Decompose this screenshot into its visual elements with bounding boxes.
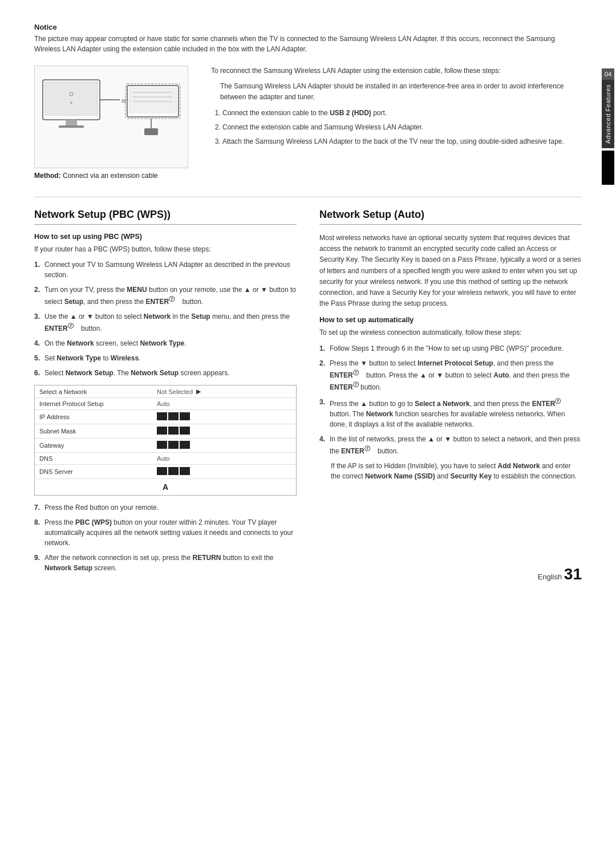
subnet-block-1 — [157, 427, 167, 435]
gateway-block-2 — [168, 441, 179, 449]
right-intro-text: To reconnect the Samsung Wireless LAN Ad… — [211, 66, 582, 76]
svg-text:or: or — [121, 98, 127, 104]
svg-rect-2 — [66, 120, 77, 125]
table-label-dns-server: DNS Server — [35, 465, 152, 479]
page-language: English — [538, 573, 562, 581]
table-icon-label: A — [163, 482, 168, 492]
table-value-ip — [152, 410, 296, 424]
table-row-gateway: Gateway — [35, 439, 296, 453]
side-black-bar — [602, 151, 614, 185]
pbc-section: Network Setup (PBC (WPS)) How to set up … — [34, 209, 297, 578]
table-value-subnet — [152, 424, 296, 439]
pbc-step-3: Use the ▲ or ▼ button to select Network … — [34, 311, 297, 334]
indented-note: If the AP is set to Hidden (Invisible), … — [331, 461, 582, 481]
page-container: 04 Advanced Features Notice The picture … — [0, 0, 616, 601]
arrow-right-icon: ▶ — [196, 388, 201, 395]
dns-block-3 — [180, 467, 190, 475]
ip-block-2 — [168, 412, 179, 420]
table-label-ip-setup: Internet Protocol Setup — [35, 398, 152, 410]
table-bottom-icon: A — [35, 478, 296, 495]
image-area: or Method: Connect via an extension c — [34, 66, 194, 180]
ip-pixel-blocks — [157, 412, 190, 420]
network-setup-table: Select a Network Not Selected ▶ Internet… — [34, 385, 297, 496]
pbc-step-1: Connect your TV to Samsung Wireless LAN … — [34, 259, 297, 280]
caption-text: Connect via an extension cable — [61, 172, 158, 180]
pbc-step-8: Press the PBC (WPS) button on your route… — [34, 517, 297, 548]
subnet-block-2 — [168, 427, 179, 435]
pbc-subsection-title: How to set up using PBC (WPS) — [34, 233, 297, 241]
svg-rect-1 — [45, 82, 98, 115]
table-value-gateway — [152, 439, 296, 453]
page-number: 31 — [564, 565, 582, 583]
chapter-side-tab: 04 Advanced Features — [600, 68, 616, 185]
auto-step-3: Press the ▲ button to go to Select a Net… — [319, 397, 582, 429]
page-footer: English 31 — [538, 565, 582, 583]
pbc-step-7: Press the Red button on your remote. — [34, 502, 297, 513]
dns-block-2 — [168, 467, 179, 475]
main-columns: Network Setup (PBC (WPS)) How to set up … — [34, 209, 582, 578]
table-row-dns-server: DNS Server — [35, 465, 296, 479]
subnet-block-3 — [180, 427, 190, 435]
table-label-dns: DNS — [35, 453, 152, 465]
table-value-ip-setup: Auto — [152, 398, 296, 410]
pbc-step-2: Turn on your TV, press the MENU button o… — [34, 285, 297, 307]
auto-subsection-title: How to set up automatically — [319, 316, 582, 324]
table-row-ip: IP Address — [35, 410, 296, 424]
table-label-network: Select a Network — [35, 386, 152, 398]
table-label-gateway: Gateway — [35, 439, 152, 453]
table-row-subnet: Subnet Mask — [35, 424, 296, 439]
not-selected-text: Not Selected — [157, 388, 193, 395]
notice-title: Notice — [34, 23, 582, 31]
gateway-pixel-blocks — [157, 441, 190, 449]
pbc-after-table-steps: Press the Red button on your remote. Pre… — [34, 502, 297, 573]
notice-text: The picture may appear corrupted or have… — [34, 34, 582, 54]
pbc-intro: If your router has a PBC (WPS) button, f… — [34, 244, 297, 255]
auto-steps-intro: To set up the wireless connection automa… — [319, 327, 582, 338]
ip-block-1 — [157, 412, 167, 420]
extension-step-1: Connect the extension cable to the USB 2… — [222, 108, 582, 119]
extension-steps-list: Connect the extension cable to the USB 2… — [222, 108, 582, 148]
auto-section-title: Network Setup (Auto) — [319, 209, 582, 225]
svg-point-5 — [70, 102, 72, 104]
image-caption: Method: Connect via an extension cable — [34, 172, 194, 180]
dns-pixel-blocks — [157, 467, 190, 475]
top-content-area: or Method: Connect via an extension c — [34, 66, 582, 180]
table-value-network: Not Selected ▶ — [152, 386, 296, 398]
chapter-number: 04 — [602, 68, 614, 80]
auto-section: Network Setup (Auto) Most wireless netwo… — [319, 209, 582, 578]
svg-rect-3 — [59, 125, 84, 128]
pbc-step-9: After the network connection is set up, … — [34, 553, 297, 573]
section-divider — [34, 197, 582, 197]
gateway-block-3 — [180, 441, 190, 449]
network-table: Select a Network Not Selected ▶ Internet… — [35, 386, 296, 478]
pbc-steps-list: Connect your TV to Samsung Wireless LAN … — [34, 259, 297, 378]
table-row-dns: DNS Auto — [35, 453, 296, 465]
table-label-subnet: Subnet Mask — [35, 424, 152, 439]
pbc-step-5: Set Network Type to Wireless. — [34, 353, 297, 363]
table-label-ip: IP Address — [35, 410, 152, 424]
auto-step-4: In the list of networks, press the ▲ or … — [319, 434, 582, 456]
auto-intro: Most wireless networks have an optional … — [319, 233, 582, 309]
right-instructions: To reconnect the Samsung Wireless LAN Ad… — [211, 66, 582, 180]
table-row-network: Select a Network Not Selected ▶ — [35, 386, 296, 398]
ip-block-3 — [180, 412, 190, 420]
table-value-dns-server — [152, 465, 296, 479]
extension-step-3: Attach the Samsung Wireless LAN Adapter … — [222, 136, 582, 147]
adapter-note: The Samsung Wireless LAN Adapter should … — [220, 81, 582, 103]
svg-rect-15 — [144, 128, 158, 135]
extension-step-2: Connect the extension cable and Samsung … — [222, 122, 582, 133]
pbc-section-title: Network Setup (PBC (WPS)) — [34, 209, 297, 225]
table-row-ip-setup: Internet Protocol Setup Auto — [35, 398, 296, 410]
chapter-title: Advanced Features — [602, 80, 614, 148]
tv-diagram: or — [34, 66, 188, 168]
notice-section: Notice The picture may appear corrupted … — [34, 23, 582, 54]
table-value-dns: Auto — [152, 453, 296, 465]
pbc-step-4: On the Network screen, select Network Ty… — [34, 338, 297, 348]
dns-block-1 — [157, 467, 167, 475]
auto-step-2: Press the ▼ button to select Internet Pr… — [319, 358, 582, 392]
gateway-block-1 — [157, 441, 167, 449]
pbc-step-6: Select Network Setup. The Network Setup … — [34, 368, 297, 378]
subnet-pixel-blocks — [157, 427, 190, 435]
caption-bold: Method: — [34, 172, 61, 180]
svg-rect-9 — [129, 88, 176, 112]
